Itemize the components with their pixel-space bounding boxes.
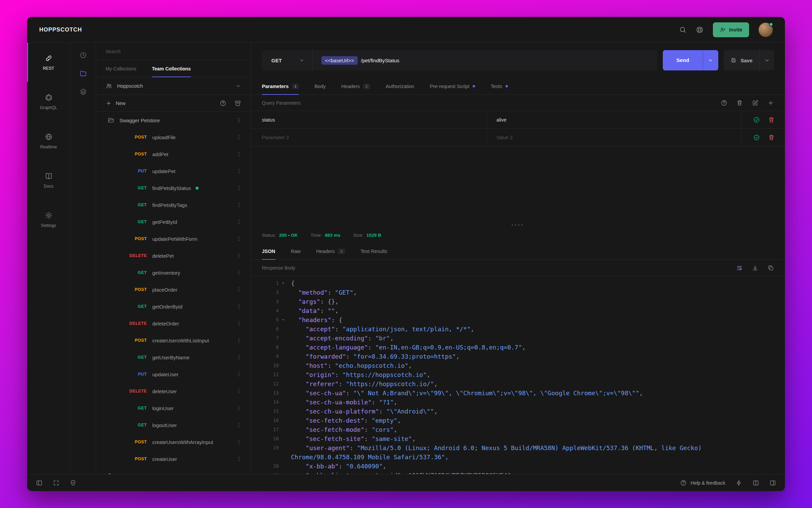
request-placeorder[interactable]: POST placeOrder [96, 281, 251, 298]
primary-nav-graphql[interactable]: GraphQL [27, 82, 70, 121]
request-getorderbyid[interactable]: GET getOrderById [96, 298, 251, 315]
save-options-button[interactable] [759, 50, 774, 70]
param-key-input[interactable] [262, 135, 477, 140]
request-updateuser[interactable]: PUT updateUser [96, 366, 251, 383]
options-kebab-icon[interactable] [236, 456, 242, 462]
url-input[interactable]: <<baseUrl>> /pet/findByStatus [313, 56, 657, 65]
new-collection-button[interactable]: New [106, 100, 126, 106]
collections-tab-team-collections[interactable]: Team Collections [152, 60, 191, 77]
response-tab-json[interactable]: JSON [262, 243, 275, 259]
request-tab-parameters[interactable]: Parameters1 [262, 78, 299, 94]
collections-tab-my-collections[interactable]: My Collections [106, 60, 136, 77]
options-kebab-icon[interactable] [236, 354, 242, 360]
fold-toggle-icon[interactable]: ▾ [279, 315, 288, 324]
options-kebab-icon[interactable] [236, 185, 242, 191]
options-kebab-icon[interactable] [236, 117, 242, 123]
param-active-check-icon[interactable] [753, 117, 760, 123]
options-kebab-icon[interactable] [236, 422, 242, 428]
send-button[interactable]: Send [663, 50, 703, 70]
options-kebab-icon[interactable] [236, 219, 242, 225]
mini-nav-collections[interactable] [80, 70, 87, 77]
options-kebab-icon[interactable] [236, 287, 242, 293]
options-kebab-icon[interactable] [236, 337, 242, 343]
options-kebab-icon[interactable] [236, 405, 242, 411]
options-kebab-icon[interactable] [236, 134, 242, 140]
param-key-input[interactable] [262, 117, 477, 123]
request-updatepetwithform[interactable]: POST updatePetWithForm [96, 230, 251, 247]
param-delete-icon[interactable] [768, 117, 775, 123]
options-kebab-icon[interactable] [236, 168, 242, 174]
param-value-input[interactable] [496, 135, 731, 140]
options-kebab-icon[interactable] [236, 320, 242, 326]
collection-folder[interactable] [96, 467, 251, 474]
collapse-right-panel-icon[interactable] [769, 480, 776, 486]
request-createuser[interactable]: POST createUser [96, 450, 251, 467]
fold-toggle-icon[interactable]: ▾ [279, 279, 288, 288]
request-getinventory[interactable]: GET getInventory [96, 264, 251, 281]
avatar[interactable] [759, 23, 773, 37]
column-layout-icon[interactable] [752, 480, 759, 486]
request-uploadfile[interactable]: POST uploadFile [96, 129, 251, 146]
team-selector[interactable]: Hoppscotch [96, 77, 251, 95]
options-kebab-icon[interactable] [236, 151, 242, 157]
mini-nav-history[interactable] [80, 51, 87, 59]
request-createuserswitharrayinput[interactable]: POST createUsersWithArrayInput [96, 433, 251, 450]
search-icon[interactable] [679, 26, 686, 34]
param-active-check-icon[interactable] [753, 134, 760, 141]
support-icon[interactable] [696, 26, 703, 34]
request-findpetsbytags[interactable]: GET findPetsByTags [96, 196, 251, 213]
request-findpetsbystatus[interactable]: GET findPetsByStatus [96, 179, 251, 196]
request-tab-authorization[interactable]: Authorization [386, 78, 414, 94]
request-updatepet[interactable]: PUT updatePet [96, 163, 251, 179]
primary-nav-rest[interactable]: REST [27, 43, 70, 82]
search-input[interactable] [106, 49, 241, 54]
add-parameter-icon[interactable] [767, 100, 774, 106]
download-icon[interactable] [752, 264, 759, 271]
expand-icon[interactable] [53, 480, 60, 486]
response-tab-headers[interactable]: Headers2 [316, 243, 345, 259]
response-tab-test-results[interactable]: Test Results [361, 243, 387, 259]
request-deleteuser[interactable]: DELETE deleteUser [96, 383, 251, 400]
request-createuserswithlistinput[interactable]: POST createUsersWithListInput [96, 332, 251, 349]
request-tab-body[interactable]: Body [314, 78, 325, 94]
bulk-edit-icon[interactable] [752, 100, 759, 106]
pane-resize-handle[interactable]: •••• [251, 223, 785, 227]
import-export-icon[interactable] [234, 100, 241, 107]
options-kebab-icon[interactable] [236, 202, 242, 208]
help-feedback-button[interactable]: Help & feedback [680, 480, 725, 486]
options-kebab-icon[interactable] [236, 303, 242, 310]
wrap-lines-icon[interactable] [736, 264, 743, 271]
collapse-sidebar-icon[interactable] [36, 480, 43, 486]
request-loginuser[interactable]: GET loginUser [96, 400, 251, 417]
request-deletepet[interactable]: DELETE deletePet [96, 247, 251, 264]
collection-folder-swagger-petstore[interactable]: Swagger Petstore [96, 112, 251, 129]
request-tab-tests[interactable]: Tests [491, 78, 508, 94]
param-value-input[interactable] [496, 117, 731, 123]
help-circle-icon[interactable] [721, 100, 727, 106]
request-tab-headers[interactable]: Headers2 [341, 78, 370, 94]
save-button[interactable]: Save [724, 50, 759, 70]
options-kebab-icon[interactable] [236, 270, 242, 276]
request-deleteorder[interactable]: DELETE deleteOrder [96, 315, 251, 332]
options-kebab-icon[interactable] [236, 236, 242, 242]
primary-nav-realtime[interactable]: Realtime [27, 121, 70, 161]
method-selector[interactable]: GET [262, 50, 313, 70]
invite-button[interactable]: Invite [713, 22, 749, 37]
request-addpet[interactable]: POST addPet [96, 146, 251, 163]
response-body-code[interactable]: 1▾{2 "method": "GET",3 "args": {},4 "dat… [251, 276, 785, 474]
options-kebab-icon[interactable] [236, 253, 242, 259]
primary-nav-settings[interactable]: Settings [27, 200, 70, 239]
request-getpetbyid[interactable]: GET getPetById [96, 213, 251, 230]
shortcuts-icon[interactable] [736, 480, 742, 486]
interceptor-shield-icon[interactable] [70, 480, 76, 486]
request-tab-pre-request-script[interactable]: Pre-request Script [430, 78, 475, 94]
response-tab-raw[interactable]: Raw [291, 243, 301, 259]
param-delete-icon[interactable] [768, 134, 775, 141]
app-logo[interactable]: HOPPSCOTCH [39, 26, 82, 33]
primary-nav-docs[interactable]: Docs [27, 161, 70, 200]
send-options-button[interactable] [703, 50, 718, 70]
copy-icon[interactable] [767, 264, 774, 271]
mini-nav-environments[interactable] [80, 88, 87, 96]
options-kebab-icon[interactable] [236, 439, 242, 445]
help-circle-icon[interactable] [220, 100, 226, 107]
